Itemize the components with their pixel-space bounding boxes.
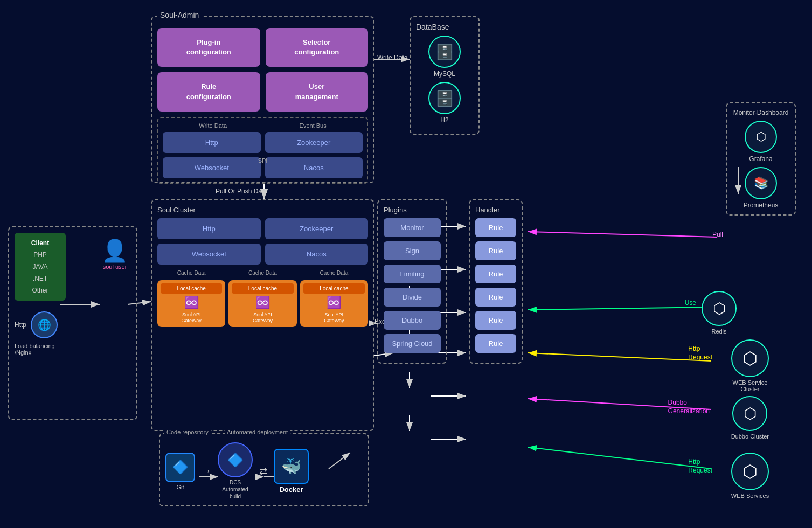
cache-row: Local cache ♾️ Soul APIGateWay Local cac… (157, 280, 368, 327)
local-cache-1: Local cache (161, 283, 222, 294)
gateway-name-1: Soul APIGateWay (161, 312, 222, 324)
mysql-icon: 🗄️ (428, 36, 461, 68)
plugin-sign[interactable]: Sign (384, 241, 441, 260)
client-net: .NET (19, 273, 61, 284)
gateway-node-2: Local cache ♾️ Soul APIGateWay (228, 280, 296, 327)
gateway-icon-3: ♾️ (303, 296, 365, 310)
dubbo-cluster-box: ⬡ Dubbo Cluster (731, 396, 769, 440)
handler-box: Handler Rule Rule Rule Rule Rule Rule (469, 199, 523, 364)
pull-push-label: Pull Or Push Data (216, 187, 267, 195)
rule-btn-4[interactable]: Rule (475, 288, 516, 307)
docker-label: Docker (274, 485, 309, 494)
dubbo-cluster-label: Dubbo Cluster (731, 433, 769, 440)
http-sync-btn[interactable]: Http (163, 132, 261, 153)
plugin-spring-cloud[interactable]: Spring Cloud (384, 334, 441, 353)
code-repo-label: Code repository (164, 429, 211, 435)
use-label: Use (685, 299, 696, 307)
web-services-icon: ⬡ (731, 453, 769, 490)
plugins-title: Plugins (384, 206, 441, 214)
config-grid: Plug-inconfiguration Selectorconfigurati… (157, 28, 368, 112)
client-box: Client PHP JAVA .NET Other 👤 soul user H… (8, 226, 137, 420)
web-services-box: ⬡ WEB Services (720, 453, 780, 499)
plugin-limiting[interactable]: Limiting (384, 265, 441, 283)
dcs-wrapper: 🔷 DCSAutomatedbuild (218, 442, 253, 500)
svg-line-11 (528, 353, 711, 361)
grafana-label: Grafana (732, 155, 789, 163)
rule-btn-5[interactable]: Rule (475, 311, 516, 330)
monitor-dashboard-title: Monitor-Dashboard (732, 109, 789, 116)
load-balance-label: Load balancing/Nginx (15, 343, 131, 356)
websocket-sync-btn[interactable]: Websocket (163, 157, 261, 178)
gateway-node-1: Local cache ♾️ Soul APIGateWay (157, 280, 225, 327)
data-bus-section: Write Data Event Bus Http Zookeeper Webs… (157, 117, 368, 184)
zookeeper-sync-btn[interactable]: Zookeeper (265, 132, 363, 153)
cache-label-2: Cache Data (228, 270, 296, 276)
git-icon: 🔷 (165, 453, 195, 482)
data-bus-labels: Write Data Event Bus (163, 122, 363, 129)
spi-label: SPI (258, 157, 268, 164)
selector-config-btn[interactable]: Selectorconfiguration (266, 28, 369, 67)
soul-cluster-box: Soul Cluster Http Zookeeper Websocket Na… (151, 199, 374, 431)
cluster-nacos-btn[interactable]: Nacos (265, 244, 369, 265)
redis-box: ⬡ Redis (702, 291, 737, 335)
cluster-zookeeper-btn[interactable]: Zookeeper (265, 218, 369, 239)
svg-line-9 (528, 232, 717, 237)
dcs-label: DCSAutomatedbuild (218, 479, 253, 500)
rule-btn-2[interactable]: Rule (475, 241, 516, 260)
client-header: Client (19, 237, 61, 249)
client-php: PHP (19, 249, 61, 261)
diagram: Soul-Admin Plug-inconfiguration Selector… (0, 0, 812, 528)
event-bus-label: Event Bus (300, 122, 327, 129)
gateway-node-3: Local cache ♾️ Soul APIGateWay (300, 280, 368, 327)
git-wrapper: 🔷 Git (165, 453, 195, 490)
client-other: Other (19, 284, 61, 296)
plugin-monitor[interactable]: Monitor (384, 218, 441, 237)
arrow-right-icon: → (202, 466, 211, 477)
plugin-divide[interactable]: Divide (384, 288, 441, 307)
soul-user-wrapper: 👤 soul user (101, 238, 128, 270)
handler-title: Handler (475, 206, 516, 214)
prometheus-label: Prometheus (732, 202, 789, 209)
mysql-icon-wrapper: 🗄️ MySQL (416, 36, 473, 78)
rule-btn-3[interactable]: Rule (475, 265, 516, 283)
user-mgmt-btn[interactable]: Usermanagement (266, 72, 369, 111)
local-cache-2: Local cache (232, 283, 293, 294)
gateway-name-3: Soul APIGateWay (303, 312, 365, 324)
client-java: JAVA (19, 261, 61, 273)
plugin-dubbo[interactable]: Dubbo (384, 311, 441, 330)
nacos-sync-btn[interactable]: Nacos (265, 157, 363, 178)
sync-grid: Http Zookeeper Websocket Nacos (163, 132, 363, 178)
soul-admin-title: Soul-Admin (157, 11, 202, 19)
redis-icon: ⬡ (702, 291, 737, 326)
soul-admin-box: Soul-Admin Plug-inconfiguration Selector… (151, 16, 374, 183)
web-service-cluster-label: WEB ServiceCluster (720, 379, 780, 392)
grafana-icon-wrapper: ⬡ Grafana (732, 121, 789, 163)
database-title: DataBase (416, 23, 473, 31)
plugin-config-btn[interactable]: Plug-inconfiguration (157, 28, 260, 67)
client-list: Client PHP JAVA .NET Other (15, 233, 66, 301)
plugins-box: Plugins Monitor Sign Limiting Divide Dub… (377, 199, 447, 364)
http-request-1-label: HttpRequest (688, 345, 712, 362)
pull-label: Pull (712, 231, 723, 238)
soul-user-label: soul user (101, 263, 128, 270)
redis-label: Redis (702, 328, 737, 335)
rule-config-btn[interactable]: Ruleconfiguration (157, 72, 260, 111)
svg-line-10 (528, 307, 711, 310)
local-cache-3: Local cache (303, 283, 365, 294)
cache-label-row: Cache Data Cache Data Cache Data (157, 270, 368, 276)
auto-deploy-label: Automated deployment (225, 429, 290, 435)
prometheus-icon-wrapper: 📚 Prometheus (732, 167, 789, 209)
cluster-websocket-btn[interactable]: Websocket (157, 244, 261, 265)
soul-cluster-title: Soul Cluster (157, 206, 368, 214)
cluster-sync-grid: Http Zookeeper Websocket Nacos (157, 218, 368, 265)
svg-line-13 (528, 447, 711, 469)
arrow-both-icon: ⇄ (259, 466, 267, 477)
rule-btn-6[interactable]: Rule (475, 334, 516, 353)
code-repo-box: Code repository Automated deployment 🔷 G… (159, 433, 369, 506)
rule-btn-1[interactable]: Rule (475, 218, 516, 237)
cluster-http-btn[interactable]: Http (157, 218, 261, 239)
dubbo-gen-label: DubboGeneralization (668, 399, 710, 415)
mysql-label: MySQL (416, 70, 473, 78)
network-icon: 🌐 (31, 311, 58, 338)
write-data-label: Write Data (199, 122, 227, 129)
